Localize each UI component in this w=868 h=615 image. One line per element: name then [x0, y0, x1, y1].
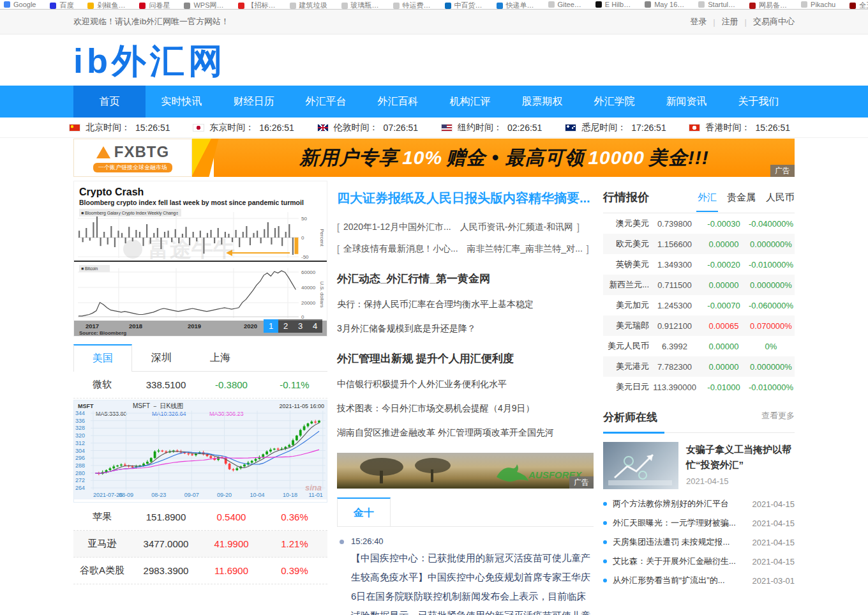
register-link[interactable]: 注册: [722, 16, 738, 27]
tab-shenzhen[interactable]: 深圳: [132, 344, 191, 371]
view-more-link[interactable]: 查看更多: [761, 410, 795, 421]
pager-4[interactable]: 4: [308, 319, 322, 333]
broker-center-link[interactable]: 交易商中心: [753, 16, 795, 27]
stock-row-amazon[interactable]: 亚马逊 3477.0000 41.9900 1.21%: [73, 531, 327, 558]
bookmark-item[interactable]: 建筑垃圾: [290, 1, 327, 10]
stock-row-msft[interactable]: 微软 338.5100 -0.3800 -0.11%: [73, 372, 327, 399]
nav-item-about[interactable]: 关于我们: [722, 86, 795, 118]
bookmark-favicon: [645, 1, 651, 8]
bookmark-item[interactable]: 网易备…: [749, 1, 787, 10]
stock-row-apple[interactable]: 苹果 151.8900 0.5400 0.36%: [73, 504, 327, 531]
tab-shanghai[interactable]: 上海: [191, 344, 250, 371]
svg-text:272: 272: [75, 477, 85, 483]
bookmark-item[interactable]: Google: [4, 1, 36, 8]
tab-jinshi[interactable]: 金十: [337, 497, 391, 526]
tab-forex[interactable]: 外汇: [698, 192, 717, 204]
bookmark-favicon: [698, 1, 705, 8]
featured-date: 2021-04-15: [686, 476, 795, 486]
msft-kline-chart: MSFT MSFT － 日K线图 2021-11-05 16:00 MA5:33…: [73, 400, 327, 503]
clock-hongkong: 香港时间：15:26:51: [689, 122, 790, 133]
bookmark-item[interactable]: May 16…: [645, 1, 684, 8]
news-section-title[interactable]: 外汇管理出新规 提升个人用汇便利度: [337, 351, 594, 366]
bookmark-favicon: [238, 3, 244, 9]
ausforex-ad-banner[interactable]: AUSFOREX 广告: [337, 453, 594, 489]
nav-item-platform[interactable]: 外汇平台: [290, 86, 362, 118]
tab-us-stocks[interactable]: 美国: [73, 344, 132, 372]
bookmark-favicon: [548, 1, 555, 8]
site-header: ib外汇网: [0, 34, 868, 86]
bookmark-item[interactable]: Gitee…: [548, 1, 581, 8]
bookmark-item[interactable]: 剁椒鱼…: [87, 1, 125, 10]
bookmark-item[interactable]: Pikachu: [801, 1, 835, 8]
news-link[interactable]: 人民币资讯-外汇频道-和讯网: [460, 222, 573, 233]
feed-item: 15:26:40 【中国疾控中心：已获批使用的新冠灭活疫苗可使儿童产生较高免疫水…: [337, 536, 594, 615]
clock-beijing: 北京时间：15:26:51: [69, 122, 170, 133]
bookmark-item[interactable]: 问卷星: [139, 1, 170, 10]
svg-text:■ Bitcoin: ■ Bitcoin: [81, 266, 98, 271]
news-link[interactable]: 全球疫情有最新消息！小心...: [343, 243, 458, 255]
fxbtg-tagline: 一个账户链接全球金融市场: [93, 163, 172, 172]
crypto-crash-slide[interactable]: Crypto Crash Bloomberg crypto index fell…: [73, 181, 327, 337]
tab-metals[interactable]: 贵金属: [727, 192, 756, 204]
site-logo[interactable]: ib外汇网: [73, 34, 227, 83]
analyst-title: 分析师在线: [603, 411, 657, 423]
nav-item-calendar[interactable]: 财经日历: [218, 86, 290, 118]
bookmark-item[interactable]: 特运费…: [393, 1, 431, 10]
bookmark-item[interactable]: WPS网…: [184, 1, 223, 10]
bookmark-item[interactable]: 【招标…: [238, 1, 276, 10]
bracket-links-row: [ 全球疫情有最新消息！小心... 南非兰特汇率_南非兰特_对... ]: [337, 243, 594, 255]
news-item[interactable]: 央行：保持人民币汇率在合理均衡水平上基本稳定: [337, 299, 594, 310]
bookmark-item[interactable]: 玻璃瓶…: [341, 1, 379, 10]
news-section-title[interactable]: 外汇动态_外汇行情_第一黄金网: [337, 271, 594, 286]
nav-item-home[interactable]: 首页: [73, 86, 146, 118]
quote-row-usdhkd: 美元港元7.7823000.000000.000000%: [603, 356, 795, 377]
nav-item-info[interactable]: 新闻资讯: [650, 86, 722, 118]
news-item[interactable]: 技术图表：今日外汇市场交易机会提醒（4月9日）: [337, 403, 594, 414]
bookmark-item[interactable]: E Hilb…: [595, 1, 631, 8]
svg-text:60000: 60000: [301, 270, 316, 275]
bookmark-item[interactable]: Startul…: [698, 1, 735, 8]
browser-bookmarks-bar: Google百度剁椒鱼…问卷星WPS网…【招标…建筑垃圾玻璃瓶…特运费…中百货……: [0, 0, 868, 10]
quote-row-usdcny: 美元人民币6.39920.000000%: [603, 336, 795, 356]
bookmark-item[interactable]: 百度: [50, 1, 73, 10]
nav-item-academy[interactable]: 外汇学院: [578, 86, 650, 118]
pager-3[interactable]: 3: [293, 319, 308, 333]
bookmark-favicon: [595, 1, 602, 8]
bookmark-favicon: [749, 3, 756, 9]
news-link[interactable]: 2020年1-12月中国外汇市...: [343, 222, 451, 233]
news-item[interactable]: 3月外汇储备规模到底是升还是降？: [337, 323, 594, 335]
nav-item-wiki[interactable]: 外汇百科: [362, 86, 434, 118]
analyst-list-item[interactable]: 外汇天眼曝光：一元学理财被骗...2021-04-15: [603, 513, 795, 533]
analyst-list-item[interactable]: 两个方法教你辨别好的外汇平台2021-04-15: [603, 494, 795, 513]
analyst-list-item[interactable]: 艾比森：关于开展外汇金融衍生...2021-04-15: [603, 552, 795, 571]
nav-item-reviews[interactable]: 机构汇评: [434, 86, 506, 118]
bookmark-item[interactable]: 中百货…: [445, 1, 483, 10]
analyst-list-item[interactable]: 天房集团违法遭罚 未按规定报...2021-04-15: [603, 533, 795, 552]
ad-label: 广告: [770, 165, 795, 177]
feed-time: 15:26:40: [351, 536, 594, 546]
analyst-list-item[interactable]: 从外汇形势看当前“扩流出”的...2021-03-01: [603, 571, 795, 590]
tab-rmb[interactable]: 人民币: [766, 192, 795, 204]
bookmark-item[interactable]: 快递单…: [497, 1, 534, 10]
pager-1[interactable]: 1: [264, 319, 278, 333]
news-item[interactable]: 中信银行积极提升个人外汇业务便利化水平: [337, 379, 594, 390]
svg-text:344: 344: [75, 410, 85, 416]
news-item[interactable]: 湖南自贸区推进金融改革 外汇管理两项改革开全国先河: [337, 427, 594, 439]
fxbtg-triangle-icon: [96, 146, 110, 158]
stock-row-google[interactable]: 谷歌A类股 2983.3900 11.6900 0.39%: [73, 558, 327, 584]
svg-text:0: 0: [301, 235, 304, 241]
bookmark-item[interactable]: 全王发…: [849, 1, 868, 10]
svg-text:Source: Bloomberg: Source: Bloomberg: [79, 330, 126, 336]
quote-row-eurusd: 欧元美元1.1566000.000000.000000%: [603, 234, 795, 254]
news-link[interactable]: 南非兰特汇率_南非兰特_对...: [467, 243, 583, 255]
featured-article[interactable]: 女骗子拿义工当掩护以帮忙“投资外汇” 2021-04-15: [603, 442, 795, 489]
nav-item-news-flash[interactable]: 实时快讯: [146, 86, 218, 118]
top-headline-link[interactable]: 四大证券报纸及人民日报头版内容精华摘要...: [337, 190, 594, 206]
nav-item-options[interactable]: 股票期权: [506, 86, 578, 118]
svg-text:312: 312: [75, 440, 85, 446]
us-flag-icon: [441, 124, 453, 132]
login-link[interactable]: 登录: [690, 16, 707, 27]
pager-2[interactable]: 2: [278, 319, 293, 333]
svg-text:09-07: 09-07: [184, 492, 199, 498]
fxbtg-ad-banner[interactable]: FXBTG 一个账户链接全球金融市场 新用户专享 10% 赠金 • 最高可领 1…: [0, 139, 868, 177]
